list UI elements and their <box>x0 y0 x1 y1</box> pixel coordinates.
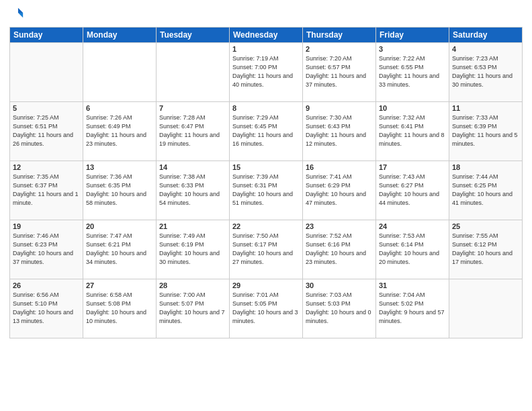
calendar-cell: 14Sunrise: 7:38 AM Sunset: 6:33 PM Dayli… <box>157 161 230 220</box>
day-header-wednesday: Wednesday <box>230 28 303 43</box>
day-number: 23 <box>306 222 373 230</box>
calendar-cell <box>10 43 83 102</box>
day-number: 9 <box>306 104 373 112</box>
cell-info: Sunrise: 7:39 AM Sunset: 6:31 PM Dayligh… <box>232 173 300 208</box>
calendar-cell: 23Sunrise: 7:52 AM Sunset: 6:16 PM Dayli… <box>303 220 376 279</box>
cell-info: Sunrise: 7:35 AM Sunset: 6:37 PM Dayligh… <box>13 173 80 208</box>
header <box>9 7 523 23</box>
day-number: 1 <box>232 45 300 53</box>
cell-info: Sunrise: 7:55 AM Sunset: 6:12 PM Dayligh… <box>452 232 519 267</box>
day-number: 11 <box>452 104 519 112</box>
calendar-cell: 27Sunrise: 6:58 AM Sunset: 5:08 PM Dayli… <box>83 279 157 338</box>
cell-info: Sunrise: 7:23 AM Sunset: 6:53 PM Dayligh… <box>452 54 519 89</box>
calendar-cell: 21Sunrise: 7:49 AM Sunset: 6:19 PM Dayli… <box>157 220 230 279</box>
week-row-4: 19Sunrise: 7:46 AM Sunset: 6:23 PM Dayli… <box>10 220 523 279</box>
calendar-cell: 6Sunrise: 7:26 AM Sunset: 6:49 PM Daylig… <box>83 102 157 161</box>
week-row-3: 12Sunrise: 7:35 AM Sunset: 6:37 PM Dayli… <box>10 161 523 220</box>
calendar-cell: 9Sunrise: 7:30 AM Sunset: 6:43 PM Daylig… <box>303 102 376 161</box>
day-number: 21 <box>159 222 226 230</box>
calendar-cell: 30Sunrise: 7:03 AM Sunset: 5:03 PM Dayli… <box>303 279 376 338</box>
day-number: 17 <box>379 163 446 171</box>
cell-info: Sunrise: 7:04 AM Sunset: 5:02 PM Dayligh… <box>379 291 446 326</box>
calendar-cell: 12Sunrise: 7:35 AM Sunset: 6:37 PM Dayli… <box>10 161 83 220</box>
calendar-cell: 31Sunrise: 7:04 AM Sunset: 5:02 PM Dayli… <box>376 279 449 338</box>
calendar-cell: 24Sunrise: 7:53 AM Sunset: 6:14 PM Dayli… <box>376 220 449 279</box>
day-number: 28 <box>159 281 226 289</box>
cell-info: Sunrise: 7:01 AM Sunset: 5:05 PM Dayligh… <box>232 291 300 326</box>
cell-info: Sunrise: 7:33 AM Sunset: 6:39 PM Dayligh… <box>452 113 519 148</box>
cell-info: Sunrise: 6:58 AM Sunset: 5:08 PM Dayligh… <box>86 291 153 326</box>
day-number: 24 <box>379 222 446 230</box>
calendar-cell: 8Sunrise: 7:29 AM Sunset: 6:45 PM Daylig… <box>230 102 303 161</box>
week-row-2: 5Sunrise: 7:25 AM Sunset: 6:51 PM Daylig… <box>10 102 523 161</box>
day-number: 22 <box>232 222 300 230</box>
day-header-saturday: Saturday <box>449 28 523 43</box>
cell-info: Sunrise: 7:36 AM Sunset: 6:35 PM Dayligh… <box>86 173 153 208</box>
cell-info: Sunrise: 7:43 AM Sunset: 6:27 PM Dayligh… <box>379 173 446 208</box>
calendar-cell: 10Sunrise: 7:32 AM Sunset: 6:41 PM Dayli… <box>376 102 449 161</box>
day-number: 3 <box>379 45 446 53</box>
day-number: 26 <box>13 281 80 289</box>
day-number: 6 <box>86 104 153 112</box>
cell-info: Sunrise: 7:28 AM Sunset: 6:47 PM Dayligh… <box>159 113 226 148</box>
cell-info: Sunrise: 7:03 AM Sunset: 5:03 PM Dayligh… <box>306 291 373 326</box>
cell-info: Sunrise: 7:19 AM Sunset: 7:00 PM Dayligh… <box>232 54 300 89</box>
svg-marker-1 <box>18 13 23 17</box>
day-number: 27 <box>86 281 153 289</box>
calendar-cell: 28Sunrise: 7:00 AM Sunset: 5:07 PM Dayli… <box>157 279 230 338</box>
day-number: 30 <box>306 281 373 289</box>
page: SundayMondayTuesdayWednesdayThursdayFrid… <box>0 0 532 411</box>
calendar-cell: 2Sunrise: 7:20 AM Sunset: 6:57 PM Daylig… <box>303 43 376 102</box>
cell-info: Sunrise: 7:30 AM Sunset: 6:43 PM Dayligh… <box>306 113 373 148</box>
calendar-cell: 20Sunrise: 7:47 AM Sunset: 6:21 PM Dayli… <box>83 220 157 279</box>
day-number: 20 <box>86 222 153 230</box>
cell-info: Sunrise: 7:46 AM Sunset: 6:23 PM Dayligh… <box>13 232 80 267</box>
day-header-monday: Monday <box>83 28 157 43</box>
calendar-cell: 17Sunrise: 7:43 AM Sunset: 6:27 PM Dayli… <box>376 161 449 220</box>
cell-info: Sunrise: 7:00 AM Sunset: 5:07 PM Dayligh… <box>159 291 226 326</box>
cell-info: Sunrise: 7:52 AM Sunset: 6:16 PM Dayligh… <box>306 232 373 267</box>
day-header-sunday: Sunday <box>10 28 83 43</box>
svg-marker-0 <box>18 8 23 13</box>
calendar-cell <box>157 43 230 102</box>
calendar-cell: 4Sunrise: 7:23 AM Sunset: 6:53 PM Daylig… <box>449 43 523 102</box>
calendar-cell: 22Sunrise: 7:50 AM Sunset: 6:17 PM Dayli… <box>230 220 303 279</box>
day-number: 15 <box>232 163 300 171</box>
day-number: 4 <box>452 45 519 53</box>
day-header-tuesday: Tuesday <box>157 28 230 43</box>
calendar-cell <box>83 43 157 102</box>
calendar-cell: 19Sunrise: 7:46 AM Sunset: 6:23 PM Dayli… <box>10 220 83 279</box>
calendar-cell: 7Sunrise: 7:28 AM Sunset: 6:47 PM Daylig… <box>157 102 230 161</box>
calendar-body: 1Sunrise: 7:19 AM Sunset: 7:00 PM Daylig… <box>10 43 523 338</box>
day-number: 18 <box>452 163 519 171</box>
cell-info: Sunrise: 7:22 AM Sunset: 6:55 PM Dayligh… <box>379 54 446 89</box>
cell-info: Sunrise: 7:32 AM Sunset: 6:41 PM Dayligh… <box>379 113 446 148</box>
cell-info: Sunrise: 7:50 AM Sunset: 6:17 PM Dayligh… <box>232 232 300 267</box>
day-number: 7 <box>159 104 226 112</box>
cell-info: Sunrise: 7:49 AM Sunset: 6:19 PM Dayligh… <box>159 232 226 267</box>
day-number: 25 <box>452 222 519 230</box>
day-number: 16 <box>306 163 373 171</box>
calendar-cell: 25Sunrise: 7:55 AM Sunset: 6:12 PM Dayli… <box>449 220 523 279</box>
week-row-1: 1Sunrise: 7:19 AM Sunset: 7:00 PM Daylig… <box>10 43 523 102</box>
cell-info: Sunrise: 7:38 AM Sunset: 6:33 PM Dayligh… <box>159 173 226 208</box>
logo-icon <box>11 7 24 20</box>
cell-info: Sunrise: 7:25 AM Sunset: 6:51 PM Dayligh… <box>13 113 80 148</box>
cell-info: Sunrise: 7:20 AM Sunset: 6:57 PM Dayligh… <box>306 54 373 89</box>
calendar-cell: 29Sunrise: 7:01 AM Sunset: 5:05 PM Dayli… <box>230 279 303 338</box>
cell-info: Sunrise: 7:29 AM Sunset: 6:45 PM Dayligh… <box>232 113 300 148</box>
calendar-cell: 3Sunrise: 7:22 AM Sunset: 6:55 PM Daylig… <box>376 43 449 102</box>
cell-info: Sunrise: 7:44 AM Sunset: 6:25 PM Dayligh… <box>452 173 519 208</box>
cell-info: Sunrise: 7:26 AM Sunset: 6:49 PM Dayligh… <box>86 113 153 148</box>
calendar-cell: 16Sunrise: 7:41 AM Sunset: 6:29 PM Dayli… <box>303 161 376 220</box>
day-number: 31 <box>379 281 446 289</box>
calendar-cell: 1Sunrise: 7:19 AM Sunset: 7:00 PM Daylig… <box>230 43 303 102</box>
cell-info: Sunrise: 6:56 AM Sunset: 5:10 PM Dayligh… <box>13 291 80 326</box>
day-number: 5 <box>13 104 80 112</box>
cell-info: Sunrise: 7:53 AM Sunset: 6:14 PM Dayligh… <box>379 232 446 267</box>
day-header-friday: Friday <box>376 28 449 43</box>
calendar-cell: 13Sunrise: 7:36 AM Sunset: 6:35 PM Dayli… <box>83 161 157 220</box>
day-number: 2 <box>306 45 373 53</box>
day-header-thursday: Thursday <box>303 28 376 43</box>
calendar-header-row: SundayMondayTuesdayWednesdayThursdayFrid… <box>10 28 523 43</box>
